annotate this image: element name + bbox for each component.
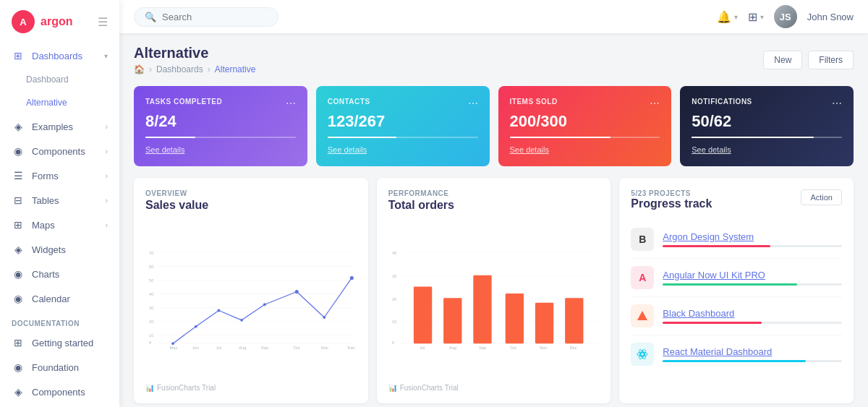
breadcrumb-sep2: ›	[208, 64, 210, 74]
svg-text:10: 10	[149, 333, 153, 338]
project-info-argon: Argon Design System	[663, 231, 842, 247]
stat-link-tasks[interactable]: See details	[145, 145, 184, 154]
sidebar-item-dashboard[interactable]: Dashboard	[0, 68, 119, 91]
project-bar-angular	[663, 283, 842, 286]
search-box[interactable]: 🔍	[134, 7, 278, 27]
maps-icon: ⊞	[12, 219, 25, 231]
stats-row: TASKS COMPLETED ⋯ 8/24 See details CONTA…	[134, 86, 854, 166]
stat-link-items[interactable]: See details	[510, 145, 549, 154]
project-bar-react	[663, 360, 842, 362]
calendar-icon: ◉	[12, 293, 25, 304]
sidebar-label-foundation: Foundation	[32, 362, 79, 373]
svg-text:20: 20	[392, 297, 396, 301]
search-input[interactable]	[162, 12, 263, 22]
sidebar-item-alternative[interactable]: Alternative	[0, 91, 119, 114]
stat-link-notif[interactable]: See details	[692, 145, 731, 154]
sales-chart-label: OVERVIEW	[145, 189, 357, 197]
sales-chart-footer: 📊 FusionCharts Trial	[145, 384, 357, 392]
svg-point-18	[218, 309, 221, 312]
stat-menu-items[interactable]: ⋯	[650, 98, 660, 109]
page-title-area: Alternative 🏠 › Dashboards › Alternative	[134, 45, 255, 74]
sidebar-item-widgets[interactable]: ◈ Widgets	[0, 237, 119, 262]
svg-text:Nov: Nov	[321, 346, 328, 350]
sidebar-item-forms[interactable]: ☰ Forms ›	[0, 163, 119, 188]
content-area: Alternative 🏠 › Dashboards › Alternative…	[119, 33, 868, 407]
breadcrumb-dashboards-link[interactable]: Dashboards	[156, 64, 203, 74]
project-name-argon[interactable]: Argon Design System	[663, 231, 842, 242]
sidebar-label-doc-components: Components	[32, 387, 85, 398]
stat-card-items: ITEMS SOLD ⋯ 200/300 See details	[498, 86, 672, 166]
new-button[interactable]: New	[763, 51, 802, 69]
svg-text:10: 10	[392, 320, 396, 324]
main-area: 🔍 🔔 ▾ ⊞ ▾ JS John Snow Alternative 🏠 ›	[119, 0, 868, 407]
fusionchart-icon2: 📊	[388, 384, 397, 392]
svg-point-19	[240, 319, 243, 322]
svg-text:Jul: Jul	[216, 346, 221, 350]
stat-card-contacts: CONTACTS ⋯ 123/267 See details	[316, 86, 490, 166]
svg-point-21	[295, 290, 299, 294]
stat-menu-contacts[interactable]: ⋯	[468, 98, 478, 109]
stat-link-contacts[interactable]: See details	[328, 145, 367, 154]
svg-point-55	[641, 353, 644, 356]
project-name-angular[interactable]: Angular Now UI Kit PRO	[663, 270, 842, 280]
bell-caret: ▾	[734, 13, 738, 21]
action-button[interactable]: Action	[801, 189, 842, 205]
sidebar-item-plugins[interactable]: ⊟ Plugins	[0, 404, 119, 407]
stat-label-contacts: CONTACTS	[328, 98, 370, 106]
sidebar-label-tables: Tables	[32, 195, 59, 206]
notifications-button[interactable]: 🔔 ▾	[717, 10, 738, 24]
svg-rect-43	[443, 298, 461, 343]
stat-value-contacts: 123/267	[328, 112, 478, 131]
sidebar-item-foundation[interactable]: ◉ Foundation	[0, 355, 119, 380]
sidebar-item-components[interactable]: ◉ Components ›	[0, 139, 119, 163]
sidebar-label-forms: Forms	[32, 171, 59, 181]
breadcrumb-home-link[interactable]: 🏠	[134, 64, 145, 74]
svg-text:40: 40	[392, 251, 396, 255]
sidebar-item-dashboards[interactable]: ⊞ Dashboards ▾	[0, 43, 119, 68]
topbar-right: 🔔 ▾ ⊞ ▾ JS John Snow	[717, 5, 854, 28]
chevron-down-icon: ▾	[104, 52, 108, 60]
progress-card-meta: 5/23 PROJECTS	[631, 189, 712, 197]
sales-chart-area: 70 60 50 40 30 20 10 0	[145, 219, 357, 378]
orders-chart-footer: 📊 FusionCharts Trial	[388, 384, 600, 392]
filters-button[interactable]: Filters	[808, 51, 854, 69]
charts-icon: ◉	[12, 268, 25, 280]
sidebar-item-calendar[interactable]: ◉ Calendar	[0, 286, 119, 311]
logo-icon: A	[12, 10, 35, 33]
apps-button[interactable]: ⊞ ▾	[748, 10, 764, 24]
orders-chart-title: Total orders	[388, 199, 600, 212]
svg-text:Jul: Jul	[420, 346, 425, 350]
project-info-react: React Material Dashboard	[663, 346, 842, 362]
stat-label-notif: NOTIFICATIONS	[692, 98, 752, 106]
project-info-black: Black Dashboard	[663, 308, 842, 324]
project-item-react: React Material Dashboard	[631, 335, 842, 373]
chevron-right-icon: ›	[106, 123, 108, 131]
apps-icon: ⊞	[748, 10, 757, 24]
stat-menu-tasks[interactable]: ⋯	[286, 98, 296, 109]
project-item-angular: A Angular Now UI Kit PRO	[631, 259, 842, 297]
project-bar-fill-black	[663, 322, 761, 324]
sidebar-item-charts[interactable]: ◉ Charts	[0, 262, 119, 286]
stat-progress-tasks	[145, 137, 296, 138]
sidebar-item-getting-started[interactable]: ⊞ Getting started	[0, 330, 119, 355]
avatar: JS	[774, 5, 797, 28]
sidebar-item-tables[interactable]: ⊟ Tables ›	[0, 188, 119, 213]
svg-text:Sep: Sep	[261, 346, 268, 350]
sidebar-item-doc-components[interactable]: ◈ Components	[0, 380, 119, 404]
stat-card-tasks: TASKS COMPLETED ⋯ 8/24 See details	[134, 86, 307, 166]
stat-value-items: 200/300	[510, 112, 660, 131]
apps-caret: ▾	[760, 13, 764, 21]
project-name-black[interactable]: Black Dashboard	[663, 308, 842, 319]
svg-text:50: 50	[149, 278, 153, 283]
sidebar-label-dashboards: Dashboards	[32, 51, 82, 61]
sidebar-item-maps[interactable]: ⊞ Maps ›	[0, 213, 119, 237]
chevron-right-icon3: ›	[106, 172, 108, 180]
project-name-react[interactable]: React Material Dashboard	[663, 346, 842, 357]
stat-menu-notif[interactable]: ⋯	[832, 98, 842, 109]
components-icon: ◉	[12, 145, 25, 157]
project-item-argon: B Argon Design System	[631, 220, 842, 259]
getting-started-icon: ⊞	[12, 337, 25, 348]
orders-chart-area: 40 30 20 10 0	[388, 219, 600, 378]
sidebar-item-examples[interactable]: ◈ Examples ›	[0, 114, 119, 139]
hamburger-icon[interactable]: ☰	[98, 15, 108, 29]
